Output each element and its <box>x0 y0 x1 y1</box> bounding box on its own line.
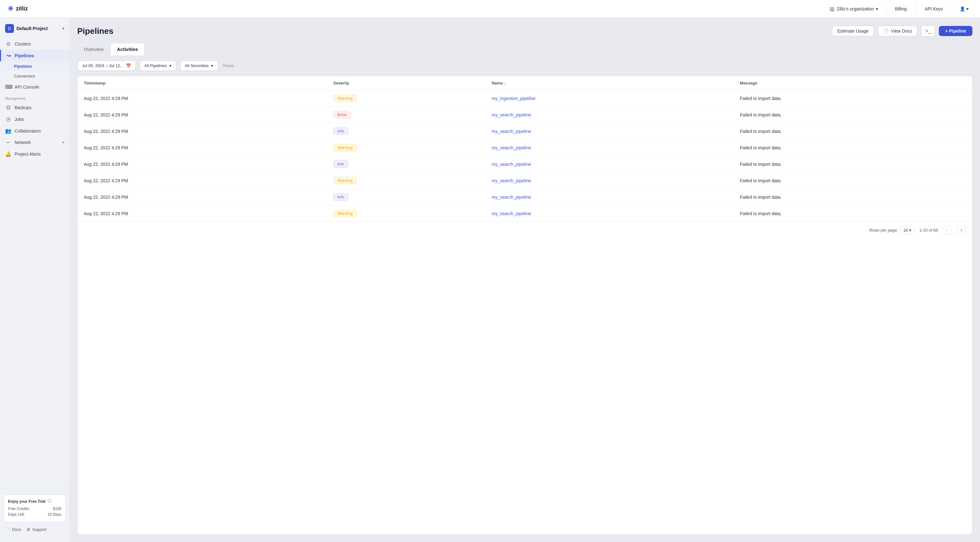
pipeline-link[interactable]: my_search_pipeline <box>492 211 531 216</box>
view-docs-label: View Docs <box>891 29 912 33</box>
table-row: Aug 22, 2022 4:29 PM Info my_search_pipe… <box>78 123 972 140</box>
view-docs-button[interactable]: 📄 View Docs <box>878 25 917 37</box>
rows-per-page-select[interactable]: 10 ▾ <box>900 226 914 234</box>
calendar-icon: 📅 <box>126 63 131 68</box>
pipeline-link[interactable]: my_search_pipeline <box>492 195 531 200</box>
collaborators-icon: 👥 <box>5 128 11 134</box>
rows-per-page-value: 10 <box>904 228 908 232</box>
add-pipeline-button[interactable]: + Pipeline <box>939 26 972 36</box>
docs-icon: 📄 <box>5 527 10 532</box>
tab-overview[interactable]: Overview <box>77 43 110 56</box>
cell-name[interactable]: my_search_pipeline <box>485 205 733 222</box>
tab-activities[interactable]: Activities <box>110 43 145 56</box>
severity-badge: Warning <box>333 95 357 102</box>
cell-name[interactable]: my_search_pipeline <box>485 106 733 123</box>
sidebar-sub-label: Connectors <box>14 74 35 78</box>
estimate-usage-button[interactable]: Estimate Usage <box>832 25 874 37</box>
sidebar-item-api-console[interactable]: ⌨ API Console <box>0 81 69 93</box>
cell-severity: Error <box>327 106 485 123</box>
org-icon: 🏢 <box>829 6 835 11</box>
trial-box: Enjoy your Free Trial ⓘ Free Credits: $1… <box>4 494 65 522</box>
support-icon: ⚙ <box>27 527 30 532</box>
table-row: Aug 22, 2022 4:29 PM Info my_search_pipe… <box>78 156 972 172</box>
user-menu[interactable]: 👤 ▾ <box>956 5 972 13</box>
date-range-filter[interactable]: Jul 05, 2024 – Jul 12... 📅 <box>77 60 136 71</box>
cell-message: Failed to import data. <box>734 140 972 156</box>
logo-icon: ✳ <box>8 5 13 13</box>
pipeline-link[interactable]: my_search_pipeline <box>492 145 531 150</box>
cell-severity: Warning <box>327 90 485 106</box>
cell-name[interactable]: my_search_pipeline <box>485 123 733 140</box>
cell-timestamp: Aug 22, 2022 4:29 PM <box>78 140 327 156</box>
pagination-prev-button[interactable]: ‹ <box>943 226 952 234</box>
docs-link[interactable]: 📄 Docs <box>5 527 22 532</box>
table-wrapper: Timestamp Severity Name ↓ <box>78 76 972 221</box>
rows-per-page-label: Rows per page: <box>869 228 898 232</box>
severity-badge: Info <box>333 193 348 200</box>
sidebar-item-clusters[interactable]: ⊙ Clusters <box>0 38 69 50</box>
cell-name[interactable]: my_search_pipeline <box>485 156 733 172</box>
col-name[interactable]: Name ↓ <box>485 76 733 90</box>
sidebar-item-pipelines[interactable]: ↝ Pipelines <box>0 50 69 61</box>
pipelines-filter[interactable]: All Pipelines ▾ <box>140 60 176 71</box>
clusters-icon: ⊙ <box>5 41 11 47</box>
cell-timestamp: Aug 22, 2022 4:29 PM <box>78 123 327 140</box>
pagination-next-button[interactable]: › <box>957 226 966 234</box>
sidebar-sub-connectors[interactable]: Connectors <box>0 71 69 81</box>
pipeline-link[interactable]: my_search_pipeline <box>492 162 531 167</box>
trial-days-row: Days Left: 10 Days <box>8 512 61 517</box>
trial-title: Enjoy your Free Trial ⓘ <box>8 499 61 504</box>
terminal-button[interactable]: >_ <box>921 25 935 37</box>
sidebar-item-project-alerts[interactable]: 🔔 Project Alerts <box>0 148 69 160</box>
days-left-value: 10 Days <box>48 512 61 517</box>
org-selector[interactable]: 🏢 Zilliz's organization ▾ <box>826 5 882 13</box>
severities-filter[interactable]: All Severities ▾ <box>180 60 218 71</box>
cell-severity: Warning <box>327 172 485 189</box>
billing-link[interactable]: Billing <box>890 5 912 13</box>
cell-timestamp: Aug 22, 2022 4:29 PM <box>78 189 327 205</box>
cell-message: Failed to import data. <box>734 123 972 140</box>
user-icon: 👤 <box>960 6 965 11</box>
severity-badge: Info <box>333 161 348 168</box>
sidebar-item-jobs[interactable]: ◷ Jobs <box>0 113 69 125</box>
cell-name[interactable]: my_search_pipeline <box>485 189 733 205</box>
project-chevron-icon: ▾ <box>62 26 64 31</box>
network-icon: ↔ <box>5 140 11 145</box>
cell-severity: Info <box>327 123 485 140</box>
management-label: Management <box>0 93 69 102</box>
sidebar-sub-pipelines[interactable]: Pipelines <box>0 61 69 71</box>
pipeline-link[interactable]: my_ingestion_pipeline <box>492 96 536 101</box>
pipeline-link[interactable]: my_search_pipeline <box>492 129 531 134</box>
table-row: Aug 22, 2022 4:29 PM Warning my_search_p… <box>78 172 972 189</box>
severity-badge: Info <box>333 127 348 135</box>
terminal-icon: >_ <box>925 28 931 33</box>
reset-button[interactable]: Reset <box>222 61 235 71</box>
project-selector[interactable]: D Default Project ▾ <box>0 22 69 35</box>
rows-chevron-icon: ▾ <box>909 228 911 232</box>
pipeline-link[interactable]: my_search_pipeline <box>492 112 531 118</box>
api-keys-link[interactable]: API Keys <box>920 5 948 13</box>
support-label: Support <box>32 527 47 532</box>
cell-name[interactable]: my_search_pipeline <box>485 172 733 189</box>
cell-name[interactable]: my_search_pipeline <box>485 140 733 156</box>
cell-message: Failed to import data. <box>734 156 972 172</box>
days-left-label: Days Left: <box>8 512 25 517</box>
support-link[interactable]: ⚙ Support <box>27 527 47 532</box>
sidebar-item-collaborators[interactable]: 👥 Collaborators <box>0 125 69 137</box>
pipelines-filter-value: All Pipelines <box>144 63 167 68</box>
info-icon: ⓘ <box>48 499 51 504</box>
sidebar-item-backups[interactable]: ⊡ Backups <box>0 102 69 113</box>
pipeline-link[interactable]: my_search_pipeline <box>492 178 531 183</box>
col-timestamp: Timestamp <box>78 76 327 90</box>
cell-name[interactable]: my_ingestion_pipeline <box>485 90 733 106</box>
nav-divider-3 <box>952 5 952 13</box>
page-header: Pipelines Estimate Usage 📄 View Docs >_ … <box>77 25 972 37</box>
org-chevron-icon: ▾ <box>876 6 878 11</box>
cell-message: Failed to import data. <box>734 106 972 123</box>
free-credits-label: Free Credits: <box>8 507 30 511</box>
date-range-value: Jul 05, 2024 – Jul 12... <box>82 63 123 68</box>
sidebar-item-network[interactable]: ↔ Network ▾ <box>0 137 69 148</box>
table-row: Aug 22, 2022 4:29 PM Error my_search_pip… <box>78 106 972 123</box>
cell-severity: Info <box>327 189 485 205</box>
project-icon: D <box>5 24 14 33</box>
